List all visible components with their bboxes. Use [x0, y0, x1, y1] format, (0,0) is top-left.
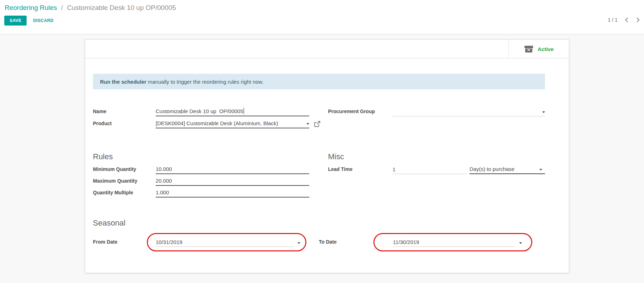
chevron-down-icon[interactable]: [306, 123, 309, 125]
chevron-down-icon[interactable]: [298, 242, 300, 244]
control-panel: Reordering Rules / Customizable Desk 10 …: [0, 0, 644, 34]
lead-time-row: Lead Time 1 Day(s) to purchase: [328, 162, 545, 174]
name-row: Name Customizable Desk 10 up OP/00005: [93, 104, 319, 116]
sheet-content: Run the scheduler manually to trigger th…: [85, 59, 569, 247]
top-field-group: Name Customizable Desk 10 up OP/00005 Pr…: [93, 104, 545, 128]
save-button[interactable]: SAVE: [4, 16, 27, 26]
to-date-cell: 11/30/2019: [393, 235, 545, 247]
chevron-down-icon[interactable]: [519, 242, 522, 244]
form-view-background: Active Run the scheduler manually to tri…: [0, 35, 644, 283]
maximum-quantity-input[interactable]: 20.000: [156, 178, 309, 186]
rules-section: Rules Minimum Quantity 10.000 Maximum Qu…: [93, 152, 319, 198]
button-box: Active: [85, 40, 569, 59]
form-sheet: Active Run the scheduler manually to tri…: [85, 39, 569, 273]
name-value: Customizable Desk 10 up OP/00005: [156, 108, 243, 114]
quantity-multiple-input[interactable]: 1.000: [156, 189, 309, 198]
lead-time-unit-value: Day(s) to purchase: [470, 166, 515, 172]
quantity-multiple-label: Quantity Multiple: [93, 190, 156, 198]
pager-previous-button[interactable]: [624, 17, 629, 23]
procurement-group-input[interactable]: [393, 111, 545, 116]
to-date-value: 11/30/2019: [393, 239, 419, 245]
active-toggle-button[interactable]: Active: [509, 40, 569, 58]
external-link-icon: [314, 121, 321, 127]
right-column: Procurement Group: [328, 104, 545, 128]
product-input[interactable]: [DESK0004] Customizable Desk (Aluminium,…: [156, 120, 309, 128]
run-scheduler-link[interactable]: Run the scheduler: [100, 79, 146, 85]
scheduler-alert: Run the scheduler manually to trigger th…: [93, 74, 545, 89]
seasonal-section-title: Seasonal: [93, 218, 545, 228]
from-date-label: From Date: [93, 239, 156, 247]
seasonal-section: Seasonal From Date 10/31/2019 To Date: [93, 218, 545, 247]
maximum-quantity-value: 20.000: [156, 178, 172, 184]
rules-section-title: Rules: [93, 152, 319, 162]
product-field-wrap: [DESK0004] Customizable Desk (Aluminium,…: [156, 120, 321, 128]
product-row: Product [DESK0004] Customizable Desk (Al…: [93, 116, 319, 128]
chevron-down-icon: [539, 169, 542, 171]
chevron-left-icon: [624, 17, 629, 23]
lead-time-field-wrap: 1 Day(s) to purchase: [393, 166, 545, 174]
minimum-quantity-label: Minimum Quantity: [93, 166, 156, 174]
from-date-cell: 10/31/2019: [156, 235, 319, 247]
lead-time-value: 1: [393, 166, 395, 172]
breadcrumb-separator: /: [59, 4, 65, 11]
minimum-quantity-value: 10.000: [156, 166, 172, 172]
rules-misc-group: Rules Minimum Quantity 10.000 Maximum Qu…: [93, 152, 545, 198]
left-column: Name Customizable Desk 10 up OP/00005 Pr…: [93, 104, 319, 128]
chevron-down-icon[interactable]: [542, 111, 545, 113]
product-value: [DESK0004] Customizable Desk (Aluminium,…: [156, 120, 278, 126]
pager-next-button[interactable]: [636, 17, 640, 23]
discard-button[interactable]: DISCARD: [33, 18, 53, 23]
misc-section-title: Misc: [328, 152, 545, 162]
form-action-buttons: SAVE DISCARD: [4, 16, 54, 26]
quantity-multiple-value: 1.000: [156, 189, 169, 195]
to-date-label: To Date: [319, 239, 393, 247]
chevron-right-icon: [636, 17, 640, 23]
name-input[interactable]: Customizable Desk 10 up OP/00005: [156, 108, 309, 116]
product-label: Product: [93, 121, 156, 128]
breadcrumb-parent-link[interactable]: Reordering Rules: [5, 4, 57, 11]
record-pager: 1 / 1: [608, 17, 640, 23]
minimum-quantity-row: Minimum Quantity 10.000: [93, 162, 319, 174]
quantity-multiple-row: Quantity Multiple 1.000: [93, 186, 319, 198]
archive-box-icon: [524, 45, 533, 53]
from-date-value: 10/31/2019: [156, 239, 182, 245]
breadcrumb-current: Customizable Desk 10 up OP/00005: [67, 4, 176, 11]
maximum-quantity-label: Maximum Quantity: [93, 178, 156, 186]
name-label: Name: [93, 109, 156, 116]
misc-section: Misc Lead Time 1 Day(s) to purchase: [328, 152, 545, 198]
alert-text: manually to trigger the reordering rules…: [146, 79, 263, 85]
text-cursor: [244, 108, 244, 114]
procurement-group-label: Procurement Group: [328, 109, 393, 116]
procurement-group-row: Procurement Group: [328, 104, 545, 116]
to-date-input[interactable]: 11/30/2019: [393, 236, 522, 247]
breadcrumb: Reordering Rules / Customizable Desk 10 …: [5, 4, 176, 12]
from-date-input[interactable]: 10/31/2019: [156, 236, 300, 247]
pager-value: 1 / 1: [608, 17, 617, 23]
product-external-link-button[interactable]: [314, 121, 321, 127]
lead-time-label: Lead Time: [328, 166, 393, 174]
minimum-quantity-input[interactable]: 10.000: [156, 166, 309, 174]
lead-time-input[interactable]: 1: [393, 166, 467, 174]
lead-time-unit-select[interactable]: Day(s) to purchase: [470, 166, 545, 174]
active-label: Active: [538, 46, 554, 52]
maximum-quantity-row: Maximum Quantity 20.000: [93, 174, 319, 186]
